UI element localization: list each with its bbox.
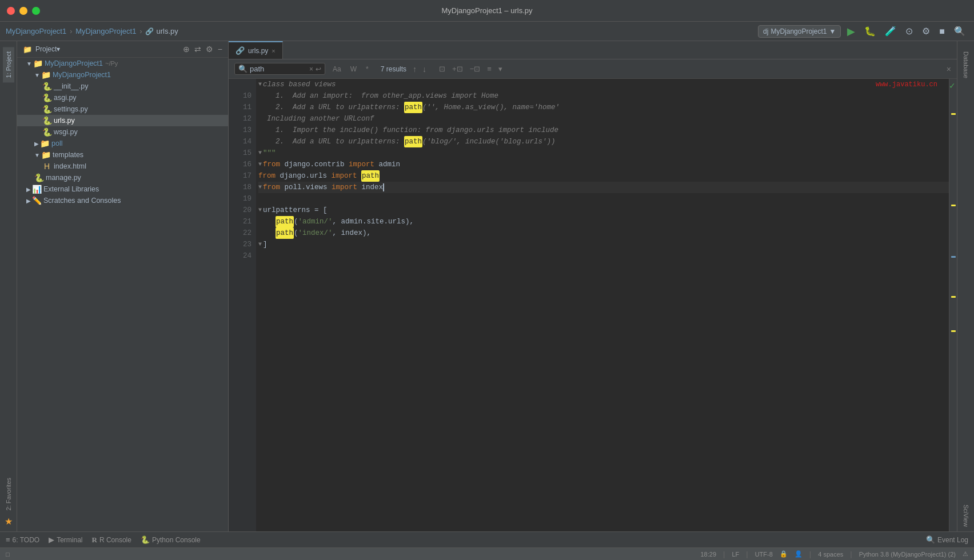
tab-close-urls[interactable]: × <box>272 47 275 54</box>
run-button[interactable]: ▶ <box>844 24 858 39</box>
project-label[interactable]: Project▾ <box>35 45 60 53</box>
tree-label-wsgi: wsgi.py <box>54 128 78 136</box>
cursor-position[interactable]: 18:29 <box>701 551 717 558</box>
add-occurrence-button[interactable]: +⊡ <box>450 64 465 74</box>
code-text-12: Including another URLconf <box>258 113 374 125</box>
tree-label-manage: manage.py <box>46 174 81 182</box>
select-all-button[interactable]: ≡ <box>485 64 493 74</box>
match-case-button[interactable]: Aa <box>330 64 344 74</box>
tree-label-mydjango: MyDjangoProject1 <box>53 71 111 79</box>
tree-item-mydjango[interactable]: ▼ 📁 MyDjangoProject1 <box>17 69 228 81</box>
run-with-coverage-button[interactable]: 🧪 <box>882 25 899 38</box>
code-line-23: ▼ ] <box>258 239 949 250</box>
maximize-button[interactable] <box>32 7 40 15</box>
tree-item-wsgi[interactable]: 🐍 wsgi.py <box>17 126 228 138</box>
python-console-button[interactable]: 🐍 Python Console <box>141 535 201 544</box>
expand-search-button[interactable]: ⊡ <box>437 64 447 74</box>
tree-item-settings[interactable]: 🐍 settings.py <box>17 103 228 115</box>
run-config-selector[interactable]: dj MyDjangoProject1 ▼ <box>758 25 841 38</box>
debug-button[interactable]: 🐛 <box>861 25 879 38</box>
expand-arrow-scratches: ▶ <box>26 198 31 204</box>
breadcrumb-subproject[interactable]: MyDjangoProject1 <box>75 27 136 35</box>
indent-type[interactable]: 4 spaces <box>818 551 843 558</box>
interpreter[interactable]: Python 3.8 (MyDjangoProject1) (2) <box>859 551 956 558</box>
status-sep-2: | <box>746 550 748 558</box>
line-ending[interactable]: LF <box>732 551 739 558</box>
tree-item-asgi[interactable]: 🐍 asgi.py <box>17 92 228 103</box>
fold-icon-15[interactable]: ▼ <box>258 147 262 159</box>
profile-button[interactable]: ⊙ <box>903 25 916 38</box>
code-text-15: """ <box>263 147 276 159</box>
fold-icon-9[interactable]: ▼ <box>258 79 262 90</box>
filter-button[interactable]: ▾ <box>497 64 504 74</box>
search-clear-button[interactable]: × <box>309 65 313 73</box>
extlib-icon: 📊 <box>32 185 41 194</box>
tab-urls[interactable]: 🔗 urls.py × <box>229 41 283 59</box>
build-button[interactable]: ⚙ <box>919 25 933 38</box>
fold-icon-23[interactable]: ▼ <box>258 239 262 250</box>
code-line-18: ▼ from poll.views import index <box>258 182 949 193</box>
scratches-icon: ✏️ <box>32 196 41 205</box>
close-button[interactable] <box>7 7 15 15</box>
next-result-button[interactable]: ↓ <box>421 64 428 74</box>
tree-item-init[interactable]: 🐍 __init__.py <box>17 81 228 92</box>
tree-label-root: MyDjangoProject1 <box>45 59 103 67</box>
python-icon-asgi: 🐍 <box>42 93 51 102</box>
code-text-20: urlpatterns = [ <box>263 205 328 216</box>
dj-icon: dj <box>763 27 768 35</box>
settings-button[interactable]: ⚙ <box>206 45 213 54</box>
tree-item-poll[interactable]: ▶ 📁 poll <box>17 138 228 149</box>
fold-icon-20[interactable]: ▼ <box>258 205 262 216</box>
breadcrumb-sep-2: › <box>139 27 142 35</box>
prev-result-button[interactable]: ↑ <box>411 64 418 74</box>
python-icon-manage: 🐍 <box>34 173 43 182</box>
search-replace-button[interactable]: ↩ <box>316 65 321 73</box>
tree-item-root[interactable]: ▼ 📁 MyDjangoProject1 ~/Py <box>17 58 228 69</box>
line-num-11: 11 <box>229 102 252 113</box>
code-content[interactable]: ▼ class based views www.javatiku.cn 1. A… <box>256 79 949 531</box>
kw-import-16: import <box>349 159 374 170</box>
locate-file-button[interactable]: ⇄ <box>194 45 201 54</box>
right-panel-tabs: Database SciView <box>957 41 974 531</box>
exclude-button[interactable]: −⊡ <box>468 64 482 74</box>
search-highlight-17: path <box>361 170 380 182</box>
tree-item-indexhtml[interactable]: H index.html <box>17 161 228 172</box>
favorites-panel-tab[interactable]: 2: Favorites <box>3 473 14 515</box>
window-controls[interactable] <box>7 7 40 15</box>
collapse-all-button[interactable]: − <box>218 45 222 54</box>
tree-item-manage[interactable]: 🐍 manage.py <box>17 172 228 183</box>
search-input[interactable] <box>250 65 307 73</box>
minimize-button[interactable] <box>19 7 27 15</box>
database-panel-tab[interactable]: Database <box>960 47 972 83</box>
window-title: MyDjangoProject1 – urls.py <box>442 6 533 15</box>
sciview-panel-tab[interactable]: SciView <box>960 500 972 531</box>
code-line-11: 2. Add a URL to urlpatterns: path ('', H… <box>258 102 949 113</box>
tree-item-scratches[interactable]: ▶ ✏️ Scratches and Consoles <box>17 195 228 206</box>
folder-icon-mydjango: 📁 <box>41 70 50 79</box>
fold-icon-18[interactable]: ▼ <box>258 182 262 193</box>
whole-word-button[interactable]: W <box>348 64 360 74</box>
todo-button[interactable]: ≡ 6: TODO <box>6 535 39 544</box>
tree-item-extlibs[interactable]: ▶ 📊 External Libraries <box>17 183 228 195</box>
tree-item-urls[interactable]: 🐍 urls.py <box>17 115 228 126</box>
bottom-toolbar: ≡ 6: TODO ▶ Terminal R R Console 🐍 Pytho… <box>0 531 974 547</box>
code-text-24 <box>258 250 263 262</box>
left-panel-tabs: 1: Project 2: Favorites ★ <box>0 41 17 531</box>
line-num-15: 15 <box>229 147 252 159</box>
stop-button[interactable]: ■ <box>936 25 948 38</box>
event-log-button[interactable]: 🔍 Event Log <box>926 535 968 544</box>
tree-item-templates[interactable]: ▼ 📁 templates <box>17 149 228 161</box>
editor-area: 🔗 urls.py × 🔍 × ↩ Aa W * 7 results ↑ ↓ <box>229 41 957 531</box>
regex-button[interactable]: * <box>363 64 372 74</box>
tree-label-templates: templates <box>53 151 83 159</box>
rconsole-button[interactable]: R R Console <box>92 535 131 545</box>
line-num-24: 24 <box>229 250 252 262</box>
search-everywhere-button[interactable]: 🔍 <box>951 25 968 38</box>
breadcrumb-project[interactable]: MyDjangoProject1 <box>6 27 66 35</box>
terminal-button[interactable]: ▶ Terminal <box>49 535 82 544</box>
encoding[interactable]: UTF-8 <box>755 551 773 558</box>
project-panel-tab[interactable]: 1: Project <box>3 47 14 82</box>
search-close-button[interactable]: × <box>947 65 951 74</box>
add-file-button[interactable]: ⊕ <box>183 45 190 54</box>
fold-icon-16[interactable]: ▼ <box>258 159 262 170</box>
